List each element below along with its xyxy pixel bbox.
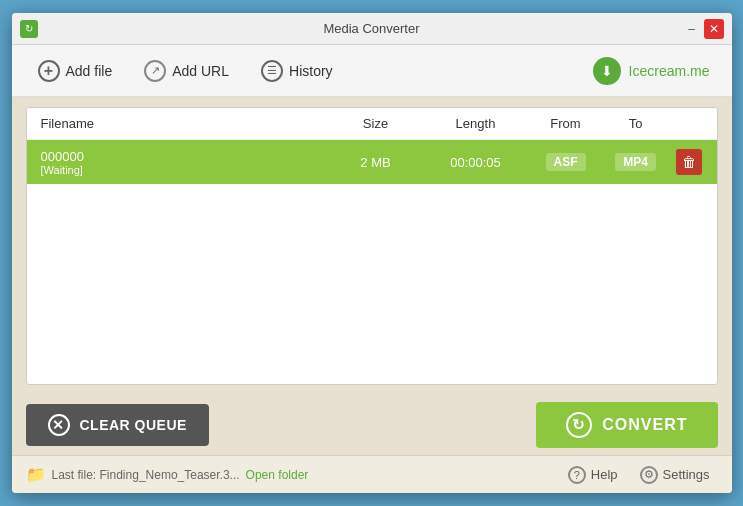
last-file-text: Last file: Finding_Nemo_Teaser.3... [52,468,240,482]
header-from: From [531,114,601,133]
toolbar: + Add file ↗ Add URL ☰ History ⬇ Icecrea… [12,45,732,97]
status-bar: 📁 Last file: Finding_Nemo_Teaser.3... Op… [12,455,732,493]
file-list-header: Filename Size Length From To [27,108,717,140]
icecream-label: Icecream.me [629,63,710,79]
header-to: To [601,114,671,133]
file-name: 000000 [41,149,84,164]
convert-label: CONVERT [602,416,687,434]
cell-size: 2 MB [331,153,421,172]
action-bar: ✕ CLEAR QUEUE ↻ CONVERT [12,395,732,455]
add-url-label: Add URL [172,63,229,79]
add-url-icon: ↗ [144,60,166,82]
history-label: History [289,63,333,79]
app-icon: ↻ [20,20,38,38]
header-filename: Filename [37,114,331,133]
table-row[interactable]: 000000 [Waiting] 2 MB 00:00:05 ASF MP4 🗑 [27,140,717,184]
open-folder-link[interactable]: Open folder [246,468,309,482]
delete-row-button[interactable]: 🗑 [676,149,702,175]
settings-icon: ⚙ [640,466,658,484]
help-label: Help [591,467,618,482]
from-format-badge: ASF [546,153,586,171]
to-format-badge: MP4 [615,153,656,171]
add-url-button[interactable]: ↗ Add URL [130,54,243,88]
minimize-button[interactable]: – [682,19,702,39]
cell-from: ASF [531,151,601,173]
close-button[interactable]: ✕ [704,19,724,39]
header-length: Length [421,114,531,133]
clear-queue-icon: ✕ [48,414,70,436]
add-file-button[interactable]: + Add file [24,54,127,88]
clear-queue-label: CLEAR QUEUE [80,417,187,433]
add-file-label: Add file [66,63,113,79]
settings-label: Settings [663,467,710,482]
title-bar-left: ↻ [20,20,38,38]
cell-to: MP4 [601,151,671,173]
help-icon: ? [568,466,586,484]
app-window: ↻ Media Converter – ✕ + Add file ↗ Add U… [12,13,732,493]
cell-delete: 🗑 [671,147,707,177]
file-status: [Waiting] [41,164,83,176]
icecream-button[interactable]: ⬇ Icecream.me [583,51,720,91]
folder-icon: 📁 [26,465,46,485]
title-bar-controls: – ✕ [682,19,724,39]
icecream-icon: ⬇ [593,57,621,85]
history-button[interactable]: ☰ History [247,54,347,88]
clear-queue-button[interactable]: ✕ CLEAR QUEUE [26,404,209,446]
cell-filename: 000000 [Waiting] [37,147,331,178]
help-button[interactable]: ? Help [560,463,626,487]
cell-length: 00:00:05 [421,153,531,172]
window-title: Media Converter [323,21,419,36]
convert-icon: ↻ [566,412,592,438]
file-list-container: Filename Size Length From To 000000 [Wai… [26,107,718,385]
convert-button[interactable]: ↻ CONVERT [536,402,717,448]
file-list-body: 000000 [Waiting] 2 MB 00:00:05 ASF MP4 🗑 [27,140,717,384]
settings-button[interactable]: ⚙ Settings [632,463,718,487]
header-delete [671,114,707,133]
history-icon: ☰ [261,60,283,82]
title-bar: ↻ Media Converter – ✕ [12,13,732,45]
header-size: Size [331,114,421,133]
add-file-icon: + [38,60,60,82]
